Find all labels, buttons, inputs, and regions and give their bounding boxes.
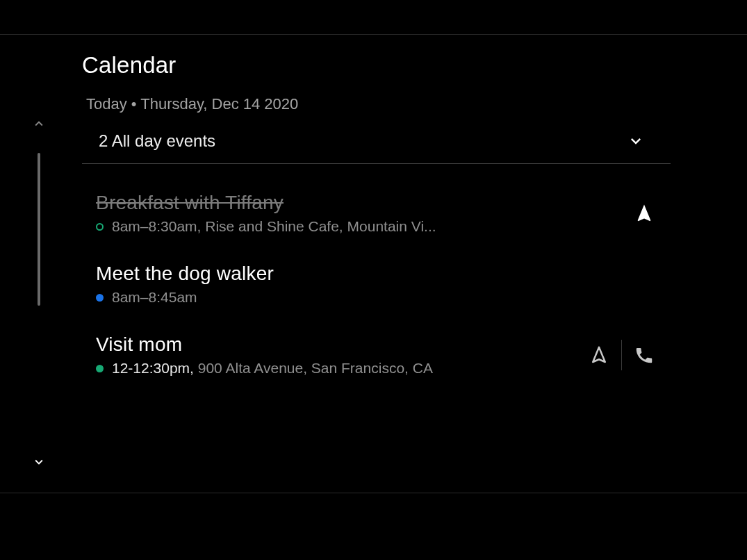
event-subtitle: 8am–8:45am xyxy=(96,289,671,306)
event-title: Visit mom xyxy=(96,333,580,356)
scroll-rail xyxy=(25,35,53,493)
event-title: Meet the dog walker xyxy=(96,263,671,285)
event-actions xyxy=(580,336,664,374)
bottom-bar xyxy=(0,493,747,560)
all-day-events-label: 2 All day events xyxy=(99,131,215,151)
expand-all-day-button[interactable] xyxy=(626,131,646,151)
chevron-down-icon xyxy=(626,131,646,151)
all-day-events-row[interactable]: 2 All day events xyxy=(82,129,671,164)
action-divider xyxy=(621,340,622,370)
navigate-button[interactable] xyxy=(625,194,664,233)
event-actions xyxy=(625,194,664,233)
call-button[interactable] xyxy=(625,336,664,374)
location-separator: , xyxy=(190,360,198,377)
scroll-indicator[interactable] xyxy=(38,153,40,306)
event-subtitle: 12-12:30pm , 900 Alta Avenue, San Franci… xyxy=(96,360,580,377)
calendar-color-dot xyxy=(96,294,104,302)
event-body: Meet the dog walker 8am–8:45am xyxy=(96,263,671,306)
event-time: 8am–8:45am xyxy=(112,289,197,306)
top-bar xyxy=(0,0,747,35)
event-location: Rise and Shine Cafe, Mountain Vi... xyxy=(205,218,436,235)
event-item[interactable]: Breakfast with Tiffany 8am–8:30am , Rise… xyxy=(96,172,671,243)
calendar-color-dot xyxy=(96,365,104,372)
navigation-icon xyxy=(589,345,609,365)
event-item[interactable]: Meet the dog walker 8am–8:45am xyxy=(96,243,671,314)
main-content: Calendar Today • Thursday, Dec 14 2020 2… xyxy=(0,35,747,493)
events-list: Breakfast with Tiffany 8am–8:30am , Rise… xyxy=(96,172,671,385)
event-time: 12-12:30pm xyxy=(112,360,190,377)
phone-icon xyxy=(634,345,655,365)
event-title: Breakfast with Tiffany xyxy=(96,192,625,214)
scroll-down-button[interactable] xyxy=(31,454,47,470)
event-location: 900 Alta Avenue, San Francisco, CA xyxy=(198,360,433,377)
calendar-color-dot xyxy=(96,223,104,231)
event-body: Breakfast with Tiffany 8am–8:30am , Rise… xyxy=(96,192,625,235)
date-heading: Today • Thursday, Dec 14 2020 xyxy=(86,95,671,113)
scroll-up-button[interactable] xyxy=(31,115,47,132)
content-column: Calendar Today • Thursday, Dec 14 2020 2… xyxy=(82,52,671,385)
navigation-icon xyxy=(634,203,655,224)
event-item[interactable]: Visit mom 12-12:30pm , 900 Alta Avenue, … xyxy=(96,314,671,385)
event-time: 8am–8:30am xyxy=(112,218,197,235)
chevron-down-icon xyxy=(31,454,47,470)
event-body: Visit mom 12-12:30pm , 900 Alta Avenue, … xyxy=(96,333,580,377)
page-title: Calendar xyxy=(82,52,671,79)
location-separator: , xyxy=(197,218,206,235)
chevron-up-icon xyxy=(31,116,47,131)
event-subtitle: 8am–8:30am , Rise and Shine Cafe, Mounta… xyxy=(96,218,625,235)
navigate-button[interactable] xyxy=(580,336,618,374)
